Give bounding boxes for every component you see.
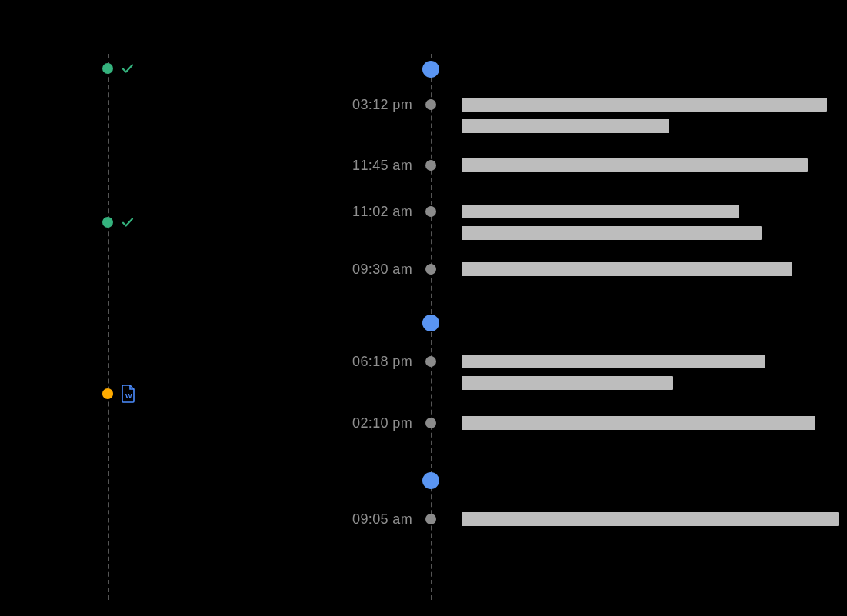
placeholder-line — [462, 262, 792, 276]
event-dot-icon — [425, 99, 436, 110]
group-dot-icon — [422, 61, 439, 78]
activity-content — [462, 158, 808, 172]
status-dot-done — [102, 217, 113, 228]
activity-time: 03:12 pm — [352, 97, 431, 113]
activity-time: 09:05 am — [352, 511, 431, 528]
activity-timeline: 03:12 pm 11:45 am 11:02 am 09:30 am 06:1… — [431, 54, 831, 600]
status-node[interactable] — [102, 62, 135, 75]
status-timeline: W — [108, 54, 154, 600]
status-dot-pending — [102, 388, 113, 399]
activity-time: 11:45 am — [352, 158, 431, 174]
placeholder-line — [462, 512, 839, 526]
activity-time: 06:18 pm — [352, 354, 431, 370]
activity-content — [462, 262, 792, 276]
event-dot-icon — [425, 514, 436, 524]
event-dot-icon — [425, 206, 436, 217]
svg-text:W: W — [125, 392, 132, 400]
event-dot-icon — [425, 356, 436, 367]
group-dot-icon — [422, 472, 439, 489]
placeholder-line — [462, 205, 739, 218]
check-icon — [121, 215, 135, 229]
activity-content — [462, 416, 815, 430]
status-dot-done — [102, 63, 113, 74]
activity-content — [462, 512, 839, 526]
placeholder-line — [462, 98, 827, 112]
placeholder-line — [462, 376, 673, 390]
event-dot-icon — [425, 160, 436, 171]
file-word-icon: W — [121, 385, 136, 403]
placeholder-line — [462, 119, 669, 133]
status-node[interactable] — [102, 215, 135, 229]
activity-time: 02:10 pm — [352, 415, 431, 431]
activity-time: 11:02 am — [352, 204, 431, 220]
placeholder-line — [462, 355, 765, 368]
placeholder-line — [462, 158, 808, 172]
activity-content — [462, 98, 827, 133]
status-timeline-axis — [108, 54, 109, 600]
activity-content — [462, 205, 762, 240]
status-node[interactable]: W — [102, 385, 136, 403]
activity-time: 09:30 am — [352, 261, 431, 278]
check-icon — [121, 62, 135, 75]
activity-content — [462, 355, 765, 390]
event-dot-icon — [425, 264, 436, 275]
event-dot-icon — [425, 418, 436, 428]
placeholder-line — [462, 226, 762, 240]
group-dot-icon — [422, 315, 439, 331]
placeholder-line — [462, 416, 815, 430]
